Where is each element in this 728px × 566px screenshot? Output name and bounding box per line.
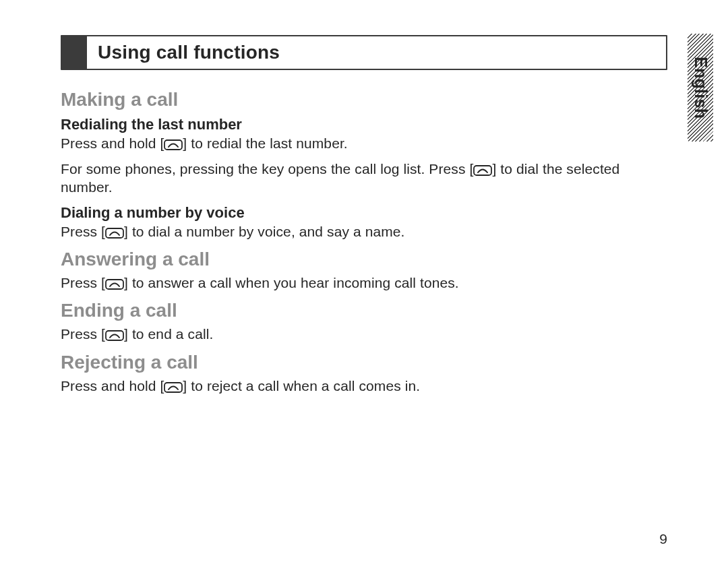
call-key-icon: [105, 228, 124, 239]
call-key-icon: [473, 165, 492, 176]
page-number: 9: [659, 531, 667, 547]
chapter-header: Using call functions: [61, 35, 667, 70]
section-answering-heading: Answering a call: [61, 249, 667, 270]
rejecting-para-1: Press and hold [] to reject a call when …: [61, 377, 667, 395]
section-making-heading: Making a call: [61, 89, 667, 111]
ending-para-1: Press [] to end a call.: [61, 325, 667, 343]
call-key-icon: [105, 330, 124, 341]
section-ending-heading: Ending a call: [61, 300, 667, 321]
language-tab-label: English: [691, 57, 710, 119]
chapter-title: Using call functions: [87, 36, 280, 69]
voice-para-1: Press [] to dial a number by voice, and …: [61, 223, 667, 241]
subsection-voice-heading: Dialing a number by voice: [61, 204, 667, 222]
call-key-icon: [164, 139, 183, 150]
subsection-redial-heading: Redialing the last number: [61, 116, 667, 133]
chapter-header-block: [61, 36, 87, 69]
answering-para-1: Press [] to answer a call when you hear …: [61, 274, 667, 292]
redial-para-2: For some phones, pressing the key opens …: [61, 160, 667, 196]
language-tab: English: [688, 34, 713, 142]
section-rejecting-heading: Rejecting a call: [61, 352, 667, 373]
redial-para-1: Press and hold [] to redial the last num…: [61, 135, 667, 152]
call-key-icon: [164, 382, 183, 393]
call-key-icon: [105, 279, 124, 290]
manual-page: English Using call functions Making a ca…: [0, 0, 728, 566]
